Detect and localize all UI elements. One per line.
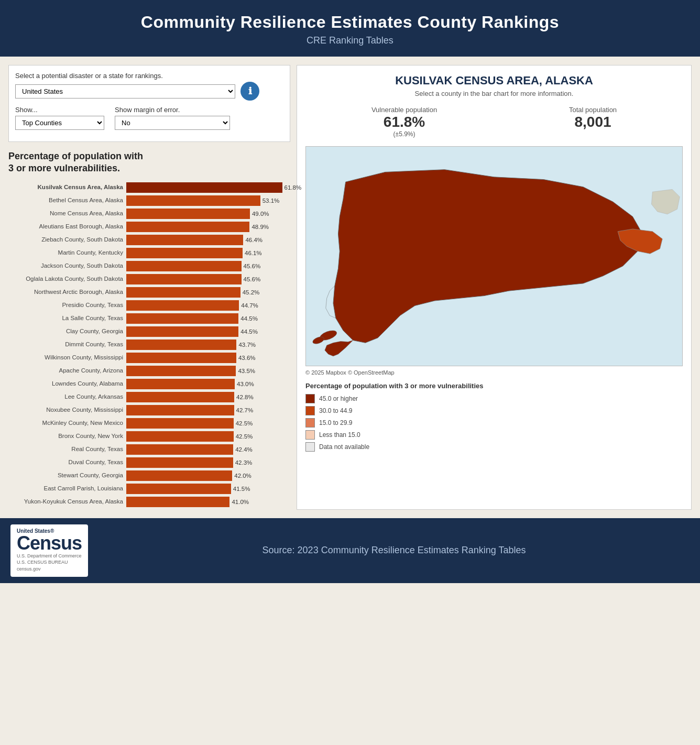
bar-container: 44.7% [126, 300, 290, 311]
bar-fill [126, 484, 231, 494]
bar-container: 44.5% [126, 313, 290, 324]
census-bureau: U.S. CENSUS BUREAU [17, 559, 82, 566]
bar-container: 48.9% [126, 222, 290, 232]
census-dept: U.S. Department of Commerce [17, 553, 82, 560]
main-content: Select a potential disaster or a state f… [0, 57, 700, 518]
bar-container: 46.1% [126, 248, 290, 258]
bar-label: Duval County, Texas [8, 458, 126, 466]
bar-container: 43.5% [126, 366, 290, 376]
census-logo: United States® Census U.S. Department of… [10, 524, 88, 577]
show-row: Show... Top Counties Show margin of erro… [15, 106, 283, 135]
bar-row[interactable]: Duval County, Texas42.3% [8, 457, 290, 468]
bar-row[interactable]: Presidio County, Texas44.7% [8, 300, 290, 311]
bar-row[interactable]: Stewart County, Georgia42.0% [8, 470, 290, 481]
map-copyright: © 2025 Mapbox © OpenStreetMap [305, 369, 683, 376]
legend-item: 45.0 or higher [305, 394, 683, 403]
bar-value: 42.3% [235, 459, 253, 466]
bar-row[interactable]: East Carroll Parish, Louisiana41.5% [8, 484, 290, 494]
bar-row[interactable]: Northwest Arctic Borough, Alaska45.2% [8, 287, 290, 298]
footer-source: Source: 2023 Community Resilience Estima… [99, 545, 690, 556]
bar-value: 45.6% [244, 263, 261, 269]
bar-row[interactable]: Kusilvak Census Area, Alaska61.8% [8, 182, 290, 193]
bar-fill [126, 353, 236, 363]
bar-row[interactable]: Dimmit County, Texas43.7% [8, 339, 290, 350]
bar-label: Lowndes County, Alabama [8, 380, 126, 388]
bar-row[interactable]: Oglala Lakota County, South Dakota45.6% [8, 274, 290, 284]
bar-value: 46.1% [245, 250, 262, 256]
bar-container: 53.1% [126, 195, 290, 206]
bar-fill [126, 222, 249, 232]
bar-value: 43.0% [237, 381, 254, 387]
bar-row[interactable]: La Salle County, Texas44.5% [8, 313, 290, 324]
legend-swatch [305, 406, 315, 415]
bar-fill [126, 497, 229, 507]
bar-container: 61.8% [126, 182, 290, 193]
legend-swatch [305, 418, 315, 428]
bar-row[interactable]: McKinley County, New Mexico42.5% [8, 418, 290, 429]
margin-label: Show margin of error. [115, 106, 230, 114]
bar-fill [126, 366, 236, 376]
bar-value: 48.9% [251, 224, 269, 230]
bar-row[interactable]: Wilkinson County, Mississippi43.6% [8, 353, 290, 363]
bar-row[interactable]: Bethel Census Area, Alaska53.1% [8, 195, 290, 206]
bar-container: 45.6% [126, 261, 290, 271]
bar-value: 45.2% [243, 289, 260, 295]
bar-fill [126, 444, 233, 455]
show-select[interactable]: Top Counties [15, 116, 104, 130]
bar-value: 42.0% [234, 473, 251, 479]
bar-label: East Carroll Parish, Louisiana [8, 485, 126, 492]
chart-title: Percentage of population with 3 or more … [8, 150, 290, 175]
bar-container: 42.5% [126, 418, 290, 429]
bar-row[interactable]: Nome Census Area, Alaska49.0% [8, 209, 290, 219]
bar-label: Ziebach County, South Dakota [8, 236, 126, 244]
bar-container: 42.8% [126, 392, 290, 402]
state-select[interactable]: United States [15, 84, 235, 98]
bar-label: Dimmit County, Texas [8, 341, 126, 348]
bar-row[interactable]: Yukon-Koyukuk Census Area, Alaska41.0% [8, 497, 290, 507]
bar-value: 42.5% [236, 433, 253, 440]
legend-swatch [305, 442, 315, 452]
bar-label: Nome Census Area, Alaska [8, 210, 126, 217]
bar-container: 45.2% [126, 287, 290, 298]
bar-row[interactable]: Noxubee County, Mississippi42.7% [8, 405, 290, 415]
bar-row[interactable]: Martin County, Kentucky46.1% [8, 248, 290, 258]
bar-row[interactable]: Real County, Texas42.4% [8, 444, 290, 455]
vulnerable-label: Vulnerable population [371, 106, 437, 114]
bar-value: 43.7% [238, 342, 256, 348]
bar-chart: Kusilvak Census Area, Alaska61.8%Bethel … [8, 182, 290, 507]
bar-label: Martin County, Kentucky [8, 249, 126, 257]
bar-row[interactable]: Bronx County, New York42.5% [8, 431, 290, 442]
bar-label: Real County, Texas [8, 445, 126, 453]
bar-label: McKinley County, New Mexico [8, 419, 126, 427]
show-label: Show... [15, 106, 104, 114]
bar-fill [126, 431, 234, 442]
bar-row[interactable]: Clay County, Georgia44.5% [8, 326, 290, 337]
bar-value: 42.5% [236, 420, 253, 426]
state-control-row: Select a potential disaster or a state f… [15, 72, 283, 101]
margin-select[interactable]: No [115, 116, 230, 130]
bar-container: 43.6% [126, 353, 290, 363]
bar-value: 49.0% [252, 211, 269, 217]
bar-container: 43.0% [126, 379, 290, 389]
bar-row[interactable]: Apache County, Arizona43.5% [8, 366, 290, 376]
info-button[interactable]: ℹ [240, 82, 259, 101]
bar-fill [126, 339, 236, 350]
bar-row[interactable]: Aleutians East Borough, Alaska48.9% [8, 222, 290, 232]
bar-fill [126, 470, 232, 481]
bar-label: Apache County, Arizona [8, 367, 126, 375]
bar-label: Aleutians East Borough, Alaska [8, 223, 126, 231]
bar-label: Oglala Lakota County, South Dakota [8, 275, 126, 283]
bar-value: 42.4% [235, 446, 253, 453]
bar-fill [126, 248, 243, 258]
bar-row[interactable]: Jackson County, South Dakota45.6% [8, 261, 290, 271]
bar-row[interactable]: Lee County, Arkansas42.8% [8, 392, 290, 402]
bar-label: Northwest Arctic Borough, Alaska [8, 288, 126, 296]
legend-item: 15.0 to 29.9 [305, 418, 683, 428]
bar-row[interactable]: Lowndes County, Alabama43.0% [8, 379, 290, 389]
bar-row[interactable]: Ziebach County, South Dakota46.4% [8, 235, 290, 245]
bar-label: Stewart County, Georgia [8, 472, 126, 479]
bar-container: 46.4% [126, 235, 290, 245]
bar-value: 46.4% [245, 237, 262, 243]
legend-swatch [305, 430, 315, 440]
bar-container: 41.5% [126, 484, 290, 494]
